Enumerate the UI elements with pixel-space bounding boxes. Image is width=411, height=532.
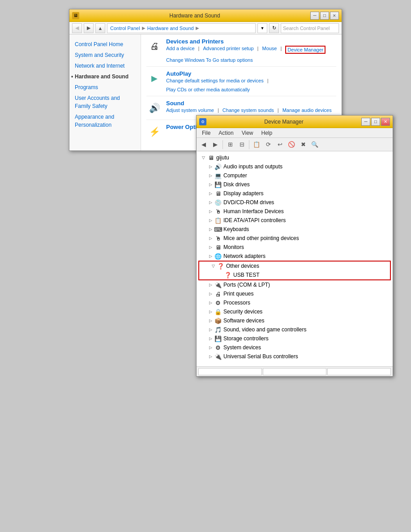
disk-toggle: ▷ [207, 181, 214, 188]
dm-tb-disable[interactable]: 🚫 [286, 139, 297, 150]
dm-tb-view2[interactable]: ⊟ [236, 139, 247, 150]
dm-menu-help[interactable]: Help [258, 129, 276, 137]
autoplay-title[interactable]: AutoPlay [166, 70, 336, 77]
monitors-label: Monitors [223, 244, 244, 250]
hid-icon: 🖱 [214, 208, 222, 215]
change-sounds-link[interactable]: Change system sounds [223, 107, 274, 113]
hw-maximize-button[interactable]: □ [320, 12, 329, 20]
tree-item-processors[interactable]: ▷ ⚙ Processors [197, 298, 393, 307]
tree-item-print-queues[interactable]: ▷ 🖨 Print queues [197, 289, 393, 298]
sidebar-item-system-security[interactable]: System and Security [69, 50, 141, 60]
advanced-printer-setup-link[interactable]: Advanced printer setup [203, 46, 253, 54]
sound-video-toggle: ▷ [207, 326, 214, 333]
hw-back-button[interactable]: ◀ [72, 23, 82, 33]
tree-item-disk[interactable]: ▷ 💾 Disk drives [197, 180, 393, 189]
system-toggle: ▷ [207, 344, 214, 351]
dm-minimize-button[interactable]: ─ [361, 118, 370, 126]
windows-to-go-link[interactable]: Change Windows To Go startup options [166, 57, 253, 63]
hw-section-autoplay: ▶ AutoPlay Change default settings for m… [146, 70, 336, 96]
dm-close-button[interactable]: ✕ [381, 118, 390, 126]
hw-refresh-button[interactable]: ↻ [269, 23, 279, 33]
sidebar-item-hardware-sound[interactable]: Hardware and Sound [69, 71, 141, 82]
device-manager-link[interactable]: Device Manager [285, 46, 325, 54]
tree-root[interactable]: ▽ 🖥 gijutu [197, 153, 393, 162]
audio-icon: 🔊 [214, 163, 222, 170]
dm-tb-update[interactable]: ⟳ [263, 139, 274, 150]
hw-forward-button[interactable]: ▶ [84, 23, 94, 33]
manage-audio-link[interactable]: Manage audio devices [283, 107, 332, 113]
sidebar-item-programs[interactable]: Programs [69, 82, 141, 93]
sidebar-item-user-accounts[interactable]: User Accounts and Family Safety [69, 93, 141, 112]
dm-tb-forward[interactable]: ▶ [210, 139, 221, 150]
tree-item-monitors[interactable]: ▷ 🖥 Monitors [197, 243, 393, 252]
tree-item-security[interactable]: ▷ 🔒 Security devices [197, 307, 393, 316]
tree-item-dvd[interactable]: ▷ 💿 DVD/CD-ROM drives [197, 198, 393, 207]
security-label: Security devices [223, 309, 262, 315]
dm-titlebar-buttons: ─ □ ✕ [361, 118, 390, 126]
tree-item-keyboards[interactable]: ▷ ⌨ Keyboards [197, 225, 393, 234]
tree-item-mice[interactable]: ▷ 🖱 Mice and other pointing devices [197, 234, 393, 243]
tree-item-system[interactable]: ▷ ⚙ System devices [197, 343, 393, 352]
add-device-link[interactable]: Add a device [166, 46, 195, 54]
dm-menubar: File Action View Help [197, 128, 393, 138]
tree-item-usb-test[interactable]: ❓ USB TEST [199, 270, 390, 279]
dm-menu-file[interactable]: File [198, 129, 214, 137]
usb-test-icon: ❓ [224, 271, 231, 279]
sidebar-item-appearance[interactable]: Appearance and Personalization [69, 112, 141, 130]
monitors-toggle: ▷ [207, 244, 214, 250]
breadcrumb-hardware-sound[interactable]: Hardware and Sound [147, 26, 194, 31]
devices-printers-title[interactable]: Devices and Printers [166, 38, 336, 45]
computer-label: Computer [223, 172, 247, 179]
dm-tb-uninstall[interactable]: ✖ [298, 139, 308, 150]
computer-toggle: ▷ [207, 172, 214, 179]
hw-address-dropdown[interactable]: ▼ [257, 23, 267, 33]
tree-item-display[interactable]: ▷ 🖥 Display adapters [197, 189, 393, 198]
dm-status-pane-2 [263, 368, 326, 375]
hw-titlebar-buttons: ─ □ ✕ [310, 12, 339, 20]
play-cds-link[interactable]: Play CDs or other media automatically [166, 87, 250, 92]
hw-close-button[interactable]: ✕ [330, 12, 339, 20]
root-label: gijutu [216, 154, 229, 161]
tree-item-storage[interactable]: ▷ 💾 Storage controllers [197, 334, 393, 343]
processors-icon: ⚙ [214, 299, 222, 306]
tree-item-hid[interactable]: ▷ 🖱 Human Interface Devices [197, 207, 393, 216]
tree-item-computer[interactable]: ▷ 💻 Computer [197, 171, 393, 180]
tree-item-sound-video[interactable]: ▷ 🎵 Sound, video and game controllers [197, 325, 393, 334]
dm-menu-action[interactable]: Action [215, 129, 237, 137]
other-devices-toggle: ▽ [210, 263, 216, 269]
dm-tb-rollback[interactable]: ↩ [274, 139, 285, 150]
dm-window-title: Device Manager [206, 119, 361, 125]
hw-search-input[interactable]: Search Control Panel [281, 23, 339, 33]
dm-tb-back[interactable]: ◀ [198, 139, 209, 150]
tree-item-other-devices[interactable]: ▽ ❓ Other devices [199, 262, 390, 270]
sidebar-item-network-internet[interactable]: Network and Internet [69, 60, 141, 71]
display-icon: 🖥 [214, 190, 222, 197]
keyboards-label: Keyboards [223, 226, 249, 232]
usb-toggle: ▷ [207, 353, 214, 360]
dm-tb-view1[interactable]: ⊞ [225, 139, 235, 150]
adjust-volume-link[interactable]: Adjust system volume [166, 107, 214, 113]
processors-label: Processors [223, 300, 250, 306]
network-toggle: ▷ [207, 253, 214, 259]
tree-item-usb[interactable]: ▷ 🔌 Universal Serial Bus controllers [197, 352, 393, 361]
dm-menu-view[interactable]: View [238, 129, 257, 137]
software-icon: 📦 [214, 317, 222, 324]
dm-maximize-button[interactable]: □ [371, 118, 380, 126]
dm-tb-properties[interactable]: 📋 [251, 139, 262, 150]
dm-tb-scan[interactable]: 🔍 [309, 139, 320, 150]
hw-minimize-button[interactable]: ─ [310, 12, 319, 20]
hw-up-button[interactable]: ▲ [95, 23, 105, 33]
tree-item-software[interactable]: ▷ 📦 Software devices [197, 316, 393, 325]
sound-title[interactable]: Sound [166, 100, 332, 107]
autoplay-settings-link[interactable]: Change default settings for media or dev… [166, 78, 264, 83]
security-icon: 🔒 [214, 308, 222, 315]
tree-item-ports[interactable]: ▷ 🔌 Ports (COM & LPT) [197, 280, 393, 289]
breadcrumb-control-panel[interactable]: Control Panel [110, 26, 140, 31]
sidebar-item-control-panel-home[interactable]: Control Panel Home [69, 39, 141, 50]
tree-item-ide[interactable]: ▷ 📋 IDE ATA/ATAPI controllers [197, 216, 393, 225]
tree-item-audio[interactable]: ▷ 🔊 Audio inputs and outputs [197, 162, 393, 171]
tree-item-network[interactable]: ▷ 🌐 Network adapters [197, 252, 393, 261]
mouse-link[interactable]: Mouse [262, 46, 277, 54]
display-label: Display adapters [223, 190, 263, 197]
monitors-icon: 🖥 [214, 244, 222, 251]
